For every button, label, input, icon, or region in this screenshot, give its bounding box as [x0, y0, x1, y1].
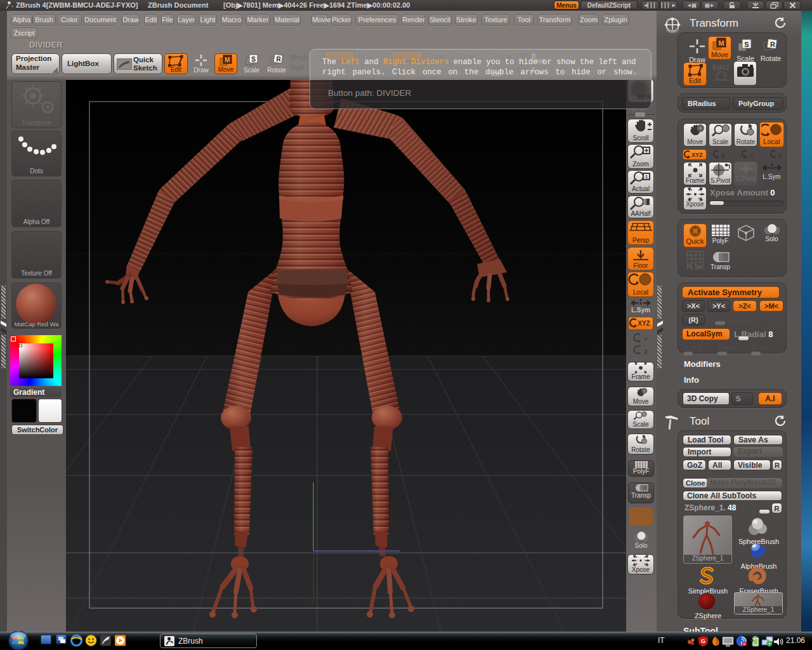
svg-text:Y: Y [644, 336, 648, 343]
svg-text:1: 1 [645, 174, 648, 180]
svg-text:XYZ: XYZ [691, 152, 703, 158]
svg-text:S: S [744, 41, 749, 48]
svg-text:M: M [718, 39, 724, 47]
svg-text:G: G [701, 638, 705, 644]
svg-text:R: R [276, 56, 281, 63]
svg-text:R: R [770, 41, 775, 48]
svg-text:XYZ: XYZ [638, 320, 650, 327]
svg-text:Y: Y [750, 152, 754, 159]
svg-text:Z: Z [644, 348, 648, 355]
svg-text:M: M [225, 56, 230, 63]
svg-text:X: X [721, 152, 725, 159]
svg-text:Z: Z [778, 152, 782, 159]
svg-text:S: S [251, 56, 256, 63]
